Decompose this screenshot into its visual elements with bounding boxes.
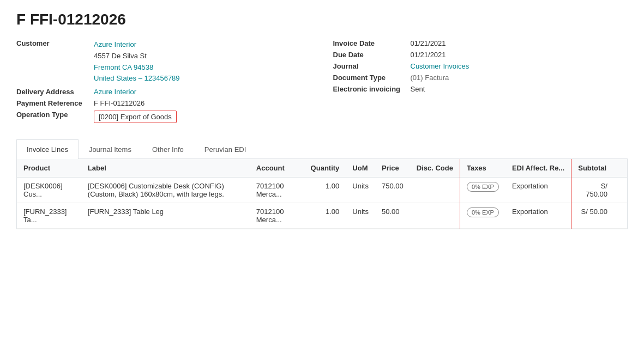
row2-taxes: 0% EXP <box>460 203 505 229</box>
delivery-value[interactable]: Azure Interior <box>94 88 136 96</box>
doc-type-field: Document Type (01) Factura <box>333 74 628 82</box>
customer-label: Customer <box>16 39 87 47</box>
right-column: Invoice Date 01/21/2021 Due Date 01/21/2… <box>333 39 628 126</box>
row1-label: [DESK0006] Customizable Desk (CONFIG) (C… <box>81 178 250 203</box>
table-header-row: Product Label Account Quantity UoM Price… <box>17 159 627 178</box>
operation-type-field: Operation Type [0200] Export of Goods <box>16 111 311 123</box>
row1-edi-affect: Exportation <box>505 178 571 203</box>
col-header-disc-code: Disc. Code <box>410 159 460 178</box>
customer-addr1: 4557 De Silva St <box>94 51 180 62</box>
row1-taxes: 0% EXP <box>460 178 505 203</box>
col-header-product: Product <box>17 159 81 178</box>
col-header-taxes: Taxes <box>460 159 505 178</box>
tab-bar: Invoice Lines Journal Items Other Info P… <box>16 139 628 159</box>
col-header-account: Account <box>250 159 304 178</box>
table-row: [FURN_2333] Ta... [FURN_2333] Table Leg … <box>17 203 627 229</box>
doc-type-label: Document Type <box>333 74 404 82</box>
col-header-label: Label <box>81 159 250 178</box>
row2-quantity: 1.00 <box>304 203 346 229</box>
taxes-badge[interactable]: 0% EXP <box>467 182 499 192</box>
payment-ref-label: Payment Reference <box>16 99 87 107</box>
row2-price: 50.00 <box>375 203 410 229</box>
journal-label: Journal <box>333 62 404 70</box>
row1-disc-code <box>410 178 460 203</box>
journal-field: Journal Customer Invoices <box>333 62 628 70</box>
left-column: Customer Azure Interior 4557 De Silva St… <box>16 39 311 126</box>
col-header-edi-affect: EDI Affect. Re... <box>505 159 571 178</box>
col-header-uom: UoM <box>346 159 375 178</box>
payment-ref-value: F FFI-01212026 <box>94 99 145 107</box>
row2-edi-affect: Exportation <box>505 203 571 229</box>
e-invoicing-value: Sent <box>411 85 425 93</box>
row1-price: 750.00 <box>375 178 410 203</box>
tab-journal-items[interactable]: Journal Items <box>79 139 142 159</box>
row1-product: [DESK0006] Cus... <box>17 178 81 203</box>
delivery-address-field: Delivery Address Azure Interior <box>16 88 311 96</box>
row2-subtotal: S/ 50.00 <box>571 203 614 229</box>
customer-name[interactable]: Azure Interior <box>94 39 180 51</box>
row2-account: 7012100 Merca... <box>250 203 304 229</box>
tab-peruvian-edi[interactable]: Peruvian EDI <box>194 139 257 159</box>
due-date-label: Due Date <box>333 51 404 59</box>
doc-type-value: (01) Factura <box>411 74 449 82</box>
page-title: F FFI-01212026 <box>16 11 628 28</box>
row2-product: [FURN_2333] Ta... <box>17 203 81 229</box>
row2-uom: Units <box>346 203 375 229</box>
invoice-date-value: 01/21/2021 <box>411 39 446 47</box>
row1-quantity: 1.00 <box>304 178 346 203</box>
journal-value[interactable]: Customer Invoices <box>411 62 470 70</box>
taxes-badge[interactable]: 0% EXP <box>467 207 499 217</box>
col-header-actions <box>614 159 627 178</box>
delivery-label: Delivery Address <box>16 88 87 96</box>
operation-type-value[interactable]: [0200] Export of Goods <box>94 111 177 123</box>
e-invoicing-field: Electronic invoicing Sent <box>333 85 628 93</box>
row2-disc-code <box>410 203 460 229</box>
row1-account: 7012100 Merca... <box>250 178 304 203</box>
header-fields: Customer Azure Interior 4557 De Silva St… <box>16 39 628 126</box>
col-header-subtotal: Subtotal <box>571 159 614 178</box>
table-row: [DESK0006] Cus... [DESK0006] Customizabl… <box>17 178 627 203</box>
row1-subtotal: S/ 750.00 <box>571 178 614 203</box>
customer-addr3: United States – 123456789 <box>94 73 180 84</box>
e-invoicing-label: Electronic invoicing <box>333 85 404 93</box>
row2-label: [FURN_2333] Table Leg <box>81 203 250 229</box>
tab-invoice-lines[interactable]: Invoice Lines <box>16 139 79 159</box>
due-date-value: 01/21/2021 <box>411 51 446 59</box>
tab-other-info[interactable]: Other Info <box>142 139 194 159</box>
invoice-date-field: Invoice Date 01/21/2021 <box>333 39 628 47</box>
payment-ref-field: Payment Reference F FFI-01212026 <box>16 99 311 107</box>
invoice-lines-table: Product Label Account Quantity UoM Price… <box>16 159 628 229</box>
operation-type-label: Operation Type <box>16 111 87 119</box>
col-header-price: Price <box>375 159 410 178</box>
due-date-field: Due Date 01/21/2021 <box>333 51 628 59</box>
customer-addr2: Fremont CA 94538 <box>94 62 180 74</box>
customer-address: Azure Interior 4557 De Silva St Fremont … <box>94 39 180 84</box>
row2-action <box>614 203 627 229</box>
row1-action <box>614 178 627 203</box>
col-header-quantity: Quantity <box>304 159 346 178</box>
row1-uom: Units <box>346 178 375 203</box>
customer-field: Customer Azure Interior 4557 De Silva St… <box>16 39 311 84</box>
invoice-date-label: Invoice Date <box>333 39 404 47</box>
